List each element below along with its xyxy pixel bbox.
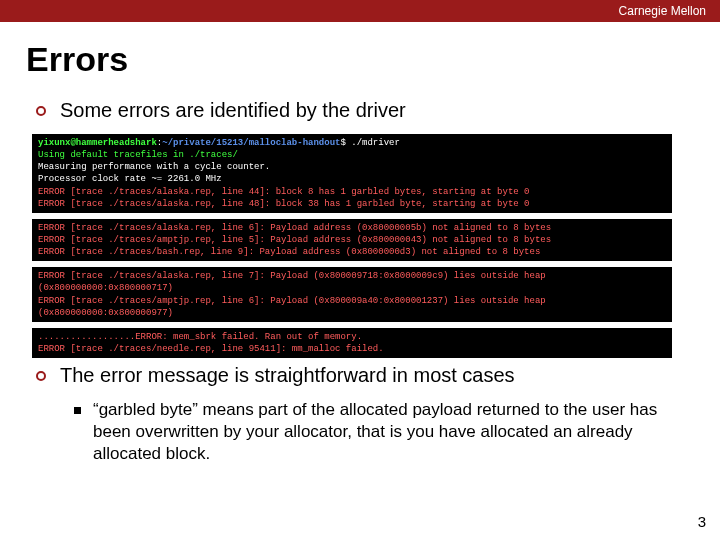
terminal-line: Processor clock rate ~= 2261.0 MHz bbox=[38, 173, 666, 185]
terminal-line: Using default tracefiles in ./traces/ bbox=[38, 149, 666, 161]
bullet-icon bbox=[36, 371, 46, 381]
prompt-cmd: $ ./mdriver bbox=[340, 138, 399, 148]
bullet-icon bbox=[36, 106, 46, 116]
terminal-line: ..................ERROR: mem_sbrk failed… bbox=[38, 331, 666, 343]
terminal-line: ERROR [trace ./traces/needle.rep, line 9… bbox=[38, 343, 666, 355]
terminal-block-4: ..................ERROR: mem_sbrk failed… bbox=[32, 328, 672, 358]
page-title: Errors bbox=[0, 22, 720, 99]
bullet-1-text: Some errors are identified by the driver bbox=[60, 99, 406, 122]
terminal-block-2: ERROR [trace ./traces/alaska.rep, line 6… bbox=[32, 219, 672, 261]
terminal-line: ERROR [trace ./traces/alaska.rep, line 4… bbox=[38, 186, 666, 198]
slide-number: 3 bbox=[698, 513, 706, 530]
terminal-line: ERROR [trace ./traces/amptjp.rep, line 6… bbox=[38, 295, 666, 319]
bullet-2: The error message is straightforward in … bbox=[0, 364, 720, 387]
sub-bullet-1: “garbled byte” means part of the allocat… bbox=[0, 399, 720, 465]
terminal-line: Measuring performance with a cycle count… bbox=[38, 161, 666, 173]
header-bar: Carnegie Mellon bbox=[0, 0, 720, 22]
prompt-user: yixunx@hammerheadshark bbox=[38, 138, 157, 148]
bullet-2-text: The error message is straightforward in … bbox=[60, 364, 515, 387]
prompt-path: ~/private/15213/malloclab-handout bbox=[162, 138, 340, 148]
terminal-block-1: yixunx@hammerheadshark:~/private/15213/m… bbox=[32, 134, 672, 213]
terminal-block-3: ERROR [trace ./traces/alaska.rep, line 7… bbox=[32, 267, 672, 322]
terminal-line: ERROR [trace ./traces/alaska.rep, line 4… bbox=[38, 198, 666, 210]
sub-bullet-1-text: “garbled byte” means part of the allocat… bbox=[93, 399, 690, 465]
terminal-group: yixunx@hammerheadshark:~/private/15213/m… bbox=[32, 134, 672, 358]
terminal-line: ERROR [trace ./traces/alaska.rep, line 7… bbox=[38, 270, 666, 294]
bullet-1: Some errors are identified by the driver bbox=[0, 99, 720, 122]
terminal-line: ERROR [trace ./traces/alaska.rep, line 6… bbox=[38, 222, 666, 234]
square-bullet-icon bbox=[74, 407, 81, 414]
terminal-line: ERROR [trace ./traces/amptjp.rep, line 5… bbox=[38, 234, 666, 246]
terminal-line: yixunx@hammerheadshark:~/private/15213/m… bbox=[38, 137, 666, 149]
institution-label: Carnegie Mellon bbox=[619, 4, 706, 18]
terminal-line: ERROR [trace ./traces/bash.rep, line 9]:… bbox=[38, 246, 666, 258]
